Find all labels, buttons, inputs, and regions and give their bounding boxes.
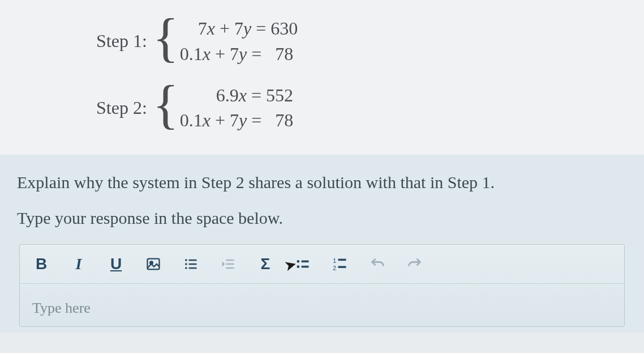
indent-button[interactable]: [217, 253, 239, 275]
svg-point-11: [297, 260, 300, 263]
svg-rect-14: [302, 266, 309, 268]
step-2-label: Step 2:: [96, 97, 147, 118]
left-brace: {: [153, 83, 179, 126]
step-1-system: { 7x + 7y = 630 0.1x + 7y = 78: [153, 16, 298, 67]
step-2-row: Step 2: { 6.9x = 552 0.1x + 7y = 78: [0, 83, 644, 134]
step-1-label: Step 1:: [96, 31, 147, 52]
step2-eq2: 0.1x + 7y = 78: [180, 108, 294, 133]
sigma-button[interactable]: Σ: [254, 253, 277, 275]
underline-button[interactable]: U: [105, 253, 127, 275]
svg-rect-5: [189, 263, 197, 265]
numbered-list-button[interactable]: 1 2: [329, 253, 351, 275]
svg-point-2: [185, 259, 187, 261]
svg-point-6: [185, 267, 187, 269]
svg-rect-16: [338, 259, 346, 261]
svg-rect-8: [226, 260, 234, 261]
question-text: Explain why the system in Step 2 shares …: [17, 169, 627, 195]
bold-button[interactable]: B: [30, 253, 53, 275]
response-editor: B I U: [19, 244, 625, 327]
undo-button[interactable]: [366, 253, 389, 275]
svg-text:2: 2: [333, 265, 336, 271]
editor-textarea[interactable]: Type here: [20, 284, 624, 326]
left-brace: {: [153, 16, 179, 59]
bullet-list-button[interactable]: [291, 253, 314, 275]
italic-button[interactable]: I: [67, 253, 90, 275]
editor-toolbar: B I U: [20, 245, 624, 284]
redo-button[interactable]: [403, 253, 426, 275]
svg-rect-12: [302, 261, 309, 263]
editor-placeholder: Type here: [32, 300, 91, 316]
step-2-system: { 6.9x = 552 0.1x + 7y = 78: [153, 83, 294, 134]
svg-text:1: 1: [333, 257, 336, 264]
svg-point-13: [297, 266, 300, 269]
svg-rect-9: [226, 263, 234, 265]
svg-rect-7: [189, 267, 197, 269]
step1-eq1: 7x + 7y = 630: [180, 16, 298, 41]
prompt-area: Explain why the system in Step 2 shares …: [0, 155, 644, 333]
svg-rect-10: [226, 267, 234, 269]
svg-rect-3: [189, 260, 197, 261]
svg-point-4: [185, 263, 187, 265]
svg-rect-18: [338, 266, 346, 269]
special-chars-button[interactable]: [179, 253, 202, 275]
math-steps-area: Step 1: { 7x + 7y = 630 0.1x + 7y = 78 S…: [0, 0, 644, 155]
step-1-row: Step 1: { 7x + 7y = 630 0.1x + 7y = 78: [0, 16, 644, 67]
step2-eq1: 6.9x = 552: [180, 83, 294, 108]
step1-eq2: 0.1x + 7y = 78: [180, 41, 298, 67]
image-button[interactable]: [142, 253, 165, 275]
instruction-text: Type your response in the space below.: [17, 205, 627, 231]
